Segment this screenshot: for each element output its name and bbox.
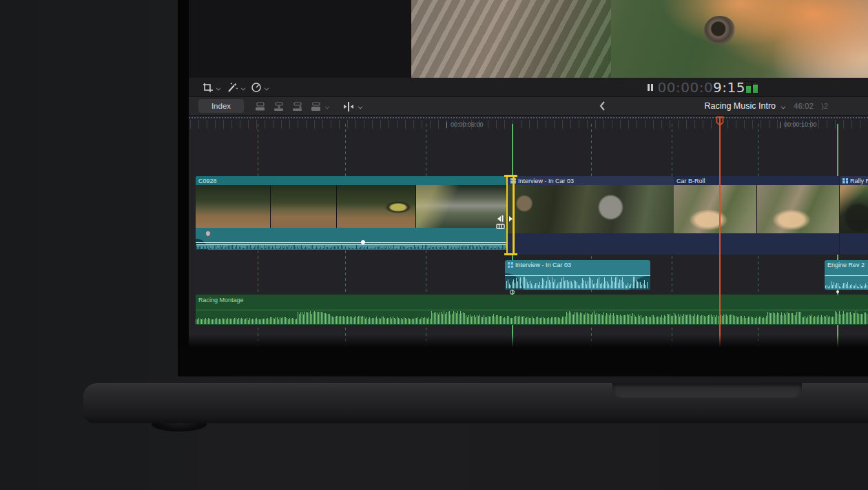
dirt-road-texture	[411, 0, 611, 78]
audio-waveform	[825, 278, 868, 288]
connect-edit-icon[interactable]	[255, 102, 267, 111]
thumbnail-aerial-car	[756, 185, 839, 233]
index-label: Index	[211, 102, 231, 110]
timecode-dim: 00:00:0	[658, 79, 714, 96]
append-edit-icon[interactable]	[292, 102, 304, 111]
clip-thumbnails	[674, 185, 839, 233]
clip-name: Racing Montage	[198, 297, 244, 303]
chevron-left-icon[interactable]	[599, 101, 606, 111]
timeline[interactable]: 00:00:08:00 00:00:10:00 C0928	[189, 116, 868, 348]
thumbnail-forest-road	[270, 185, 336, 228]
thumbnail-forest-road	[196, 185, 270, 228]
crop-icon	[203, 83, 214, 93]
clip-audio-section	[196, 228, 508, 250]
crop-button[interactable]	[203, 83, 221, 93]
clip-c0928[interactable]: C0928	[196, 176, 508, 250]
volume-line[interactable]	[825, 275, 868, 276]
chevron-down-icon	[325, 104, 330, 109]
clip-name: Car B-Roll	[676, 178, 705, 184]
clip-connection-point	[836, 290, 839, 293]
clip-connection-point	[510, 290, 515, 295]
project-duration: 46:02	[794, 102, 814, 110]
clip-thumbnails	[196, 185, 508, 228]
insert-edit-icon[interactable]	[273, 102, 285, 111]
audio-waveform	[506, 277, 649, 288]
trim-tool-icon	[342, 102, 355, 111]
tire-in-video	[704, 16, 736, 45]
viewer-toolbar: 00:00:09:15	[189, 78, 868, 97]
timeline-header-bar: Index Racing Music Intro 46:02 )2	[189, 97, 868, 116]
clip-name: Interview - In Car 03	[518, 178, 574, 184]
clip-name: C0928	[198, 178, 217, 184]
clip-name: Engine Rev 2	[827, 262, 865, 268]
audio-meter-left	[746, 82, 751, 93]
screen-black-margin	[178, 348, 868, 376]
chevron-down-icon[interactable]	[265, 85, 269, 90]
video-viewer-preview	[411, 0, 868, 78]
clip-interview-video[interactable]: Interview - In Car 03	[508, 176, 674, 255]
volume-line[interactable]	[505, 275, 650, 276]
index-button[interactable]: Index	[198, 99, 244, 113]
volume-line[interactable]	[196, 242, 508, 243]
audio-waveform	[196, 244, 507, 249]
timecode-display[interactable]: 00:00:09:15	[648, 78, 745, 97]
clip-racing-montage[interactable]: Racing Montage	[196, 295, 868, 325]
overwrite-edit-button[interactable]	[311, 102, 330, 111]
clip-rally[interactable]: Rally Ra	[840, 176, 868, 255]
playhead[interactable]	[719, 117, 721, 348]
synced-clip-icon	[843, 178, 848, 184]
ruler-major-tick	[780, 122, 781, 128]
volume-line[interactable]	[196, 310, 868, 310]
thumbnail-aerial-car	[674, 185, 756, 233]
chevron-down-icon[interactable]	[216, 85, 221, 90]
clip-car-broll[interactable]: Car B-Roll	[674, 176, 839, 255]
timecode-bright: 9:15	[713, 79, 745, 96]
playhead-marker[interactable]	[716, 116, 724, 126]
thumbnail-car-jump	[336, 185, 415, 228]
macbook-scene: 00:00:09:15 Index Racing Music Intro 46	[0, 0, 868, 490]
retime-button[interactable]	[251, 82, 269, 93]
trim-tool-button[interactable]	[342, 97, 363, 116]
partial-timecode: )2	[821, 102, 828, 110]
overwrite-edit-icon	[311, 102, 322, 111]
clip-engine-rev[interactable]: Engine Rev 2	[825, 260, 868, 290]
volume-keyframe[interactable]	[361, 240, 365, 244]
pause-icon	[648, 84, 653, 91]
chevron-down-icon[interactable]	[241, 85, 246, 90]
laptop-lid-scoop	[612, 383, 802, 398]
audio-waveform	[196, 311, 868, 324]
clip-name: Rally Ra	[850, 178, 868, 184]
timeline-top-dotted-border	[189, 117, 868, 118]
ruler-label-8s: 00:00:08:00	[446, 121, 484, 128]
enhance-wand-icon	[226, 82, 238, 93]
project-title[interactable]: Racing Music Intro	[652, 101, 776, 111]
ruler-label-10s: 00:00:10:00	[780, 121, 817, 128]
thumbnail-steering-wheel	[840, 185, 868, 233]
clip-interview-audio[interactable]: Interview - In Car 03	[505, 260, 650, 290]
timeline-ruler[interactable]	[190, 120, 868, 129]
thumbnail-driver-interview	[508, 185, 674, 233]
thumbnail-car-closeup	[415, 185, 508, 228]
audio-meters[interactable]	[745, 81, 758, 94]
trim-edit-icons	[495, 213, 515, 230]
chevron-down-icon[interactable]	[781, 104, 786, 109]
retime-icon	[251, 82, 262, 93]
enhance-button[interactable]	[226, 82, 246, 93]
ruler-major-tick	[446, 122, 447, 128]
audio-meter-right	[753, 82, 758, 93]
chevron-down-icon	[358, 104, 363, 109]
